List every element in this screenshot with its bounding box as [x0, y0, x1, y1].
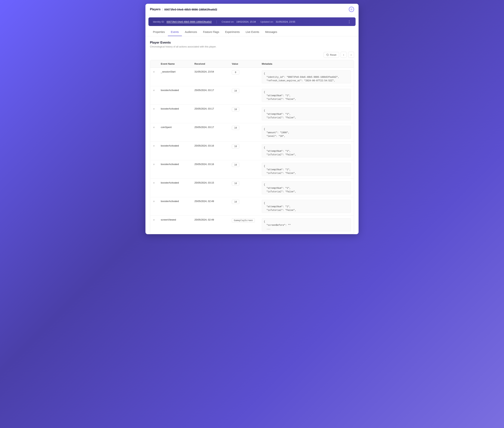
page-header: Players | 00073fe0-04e6-48b5-9886-188b63…	[145, 4, 359, 15]
reset-button[interactable]: Reset	[324, 52, 339, 58]
metadata-cell: { "attemptNum": "1", "isTutorial": "Fals…	[259, 142, 354, 160]
metadata-cell: { "attemptNum": "1", "isTutorial": "Fals…	[259, 105, 354, 123]
row-expand-button[interactable]: ∨	[153, 144, 155, 147]
metadata-content: { "attemptNum": "1", "isTutorial": "Fals…	[262, 144, 351, 157]
next-page-button[interactable]: ›	[348, 52, 354, 58]
tab-feature-flags[interactable]: Feature Flags	[200, 28, 222, 36]
svg-point-0	[351, 9, 352, 10]
table-row: ∨ boosterActivated 25/05/2024, 03:17 10 …	[150, 105, 354, 123]
identity-id-value[interactable]: 00073fe0-04e6-48b5-9886-188b63fea6d2	[166, 20, 212, 23]
table-row: ∨ boosterActivated 25/05/2024, 02:49 10 …	[150, 197, 354, 216]
prev-page-button[interactable]: ‹	[341, 52, 347, 58]
tab-live-events[interactable]: Live Events	[243, 28, 262, 36]
metadata-content: { "attemptNum": "1", "isTutorial": "Fals…	[262, 107, 351, 120]
value-cell: 10	[229, 142, 259, 160]
value-badge: 0	[232, 70, 239, 74]
value-cell: 10	[229, 197, 259, 216]
value-cell: 10	[229, 86, 259, 105]
main-container: Players | 00073fe0-04e6-48b5-9886-188b63…	[145, 4, 359, 234]
metadata-cell: { "attemptNum": "1", "isTutorial": "Fals…	[259, 179, 354, 197]
value-cell: 10	[229, 179, 259, 197]
more-menu-button[interactable]: ⋮	[347, 20, 351, 24]
received-cell: 31/05/2024, 23:54	[191, 68, 229, 86]
event-name-cell: boosterActivated	[158, 86, 191, 105]
value-badge: 10	[232, 89, 239, 93]
section-title: Player Events	[150, 41, 354, 44]
received-cell: 25/05/2024, 02:49	[191, 216, 229, 234]
row-expand-button[interactable]: ∨	[153, 126, 155, 129]
received-cell: 25/05/2024, 03:15	[191, 179, 229, 197]
event-name-cell: boosterActivated	[158, 197, 191, 216]
tab-properties[interactable]: Properties	[150, 28, 168, 36]
metadata-cell: { "screenBefore": "" ...	[259, 216, 354, 234]
player-id: 00073fe0-04e6-48b5-9886-188b63fea6d2	[164, 8, 217, 11]
metadata-cell: { "attemptNum": "1", "isTutorial": "Fals…	[259, 160, 354, 179]
metadata-cell: { "identity_id": "00073fe0-04e6-48b5-988…	[259, 68, 354, 86]
table-row: ∨ screenViewed 25/05/2024, 02:49 Gamepla…	[150, 216, 354, 234]
value-badge: 10	[232, 200, 239, 204]
row-expand-button[interactable]: ∨	[153, 70, 155, 73]
metadata-cell: { "attemptNum": "1", "isTutorial": "Fals…	[259, 197, 354, 216]
row-expand-button[interactable]: ∨	[153, 200, 155, 203]
event-name-cell: _sessionStart	[158, 68, 191, 86]
table-toolbar: Reset ‹ ›	[150, 52, 354, 58]
col-metadata: Metadata	[259, 60, 354, 68]
tab-events[interactable]: Events	[168, 28, 182, 36]
table-row: ∨ boosterActivated 25/05/2024, 03:15 10 …	[150, 179, 354, 197]
identity-label-text: Identity ID: 00073fe0-04e6-48b5-9886-188…	[153, 20, 212, 23]
row-expand-button[interactable]: ∨	[153, 218, 155, 221]
value-cell: 10	[229, 160, 259, 179]
received-cell: 25/05/2024, 03:17	[191, 86, 229, 105]
event-name-cell: boosterActivated	[158, 160, 191, 179]
settings-icon[interactable]	[349, 7, 354, 12]
received-cell: 25/05/2024, 03:17	[191, 105, 229, 123]
tab-audiences[interactable]: Audiences	[182, 28, 200, 36]
value-cell: 10	[229, 123, 259, 142]
identity-bar: Identity ID: 00073fe0-04e6-48b5-9886-188…	[149, 17, 355, 26]
row-expand-button[interactable]: ∨	[153, 181, 155, 184]
content-area: Player Events Chronological history of a…	[145, 36, 359, 234]
metadata-content: { "amount": "1900", "level": "10", ...	[262, 126, 351, 139]
bar-divider: |	[216, 20, 217, 24]
event-name-cell: screenViewed	[158, 216, 191, 234]
metadata-cell: { "amount": "1900", "level": "10", ...	[259, 123, 354, 142]
table-row: ∨ boosterActivated 25/05/2024, 03:17 10 …	[150, 86, 354, 105]
value-badge: 10	[232, 126, 239, 130]
value-badge: 10	[232, 107, 239, 111]
event-name-cell: boosterActivated	[158, 105, 191, 123]
header-separator: |	[162, 8, 163, 11]
row-expand-button[interactable]: ∨	[153, 107, 155, 110]
event-name-cell: coinSpent	[158, 123, 191, 142]
tabs-bar: Properties Events Audiences Feature Flag…	[145, 28, 359, 36]
metadata-content: { "screenBefore": "" ...	[262, 218, 351, 231]
received-cell: 25/05/2024, 03:16	[191, 142, 229, 160]
value-badge: 10	[232, 163, 239, 167]
metadata-content: { "attemptNum": "1", "isTutorial": "Fals…	[262, 181, 351, 194]
tab-experiments[interactable]: Experiments	[222, 28, 243, 36]
received-cell: 25/05/2024, 03:17	[191, 123, 229, 142]
event-name-cell: boosterActivated	[158, 179, 191, 197]
updated-on: Updated on: 31/05/2024, 23:55	[260, 20, 295, 23]
value-badge: 10	[232, 144, 239, 148]
players-label: Players	[150, 8, 161, 11]
table-row: ∨ boosterActivated 25/05/2024, 03:16 10 …	[150, 160, 354, 179]
col-value: Value	[229, 60, 259, 68]
metadata-content: { "attemptNum": "1", "isTutorial": "Fals…	[262, 200, 351, 213]
metadata-content: { "identity_id": "00073fe0-04e6-48b5-988…	[262, 70, 351, 83]
metadata-content: { "attemptNum": "1", "isTutorial": "Fals…	[262, 89, 351, 102]
row-expand-button[interactable]: ∨	[153, 89, 155, 91]
event-name-cell: boosterActivated	[158, 142, 191, 160]
value-badge: 10	[232, 181, 239, 185]
reset-icon	[326, 54, 329, 56]
table-header-row: Event Name Received Value Metadata	[150, 60, 354, 68]
tab-messages[interactable]: Messages	[262, 28, 280, 36]
metadata-content: { "attemptNum": "1", "isTutorial": "Fals…	[262, 163, 351, 176]
received-cell: 25/05/2024, 03:16	[191, 160, 229, 179]
col-received: Received	[191, 60, 229, 68]
table-row: ∨ coinSpent 25/05/2024, 03:17 10 { "amou…	[150, 123, 354, 142]
received-cell: 25/05/2024, 02:49	[191, 197, 229, 216]
row-expand-button[interactable]: ∨	[153, 163, 155, 165]
section-description: Chronological history of all actions ass…	[150, 45, 354, 48]
table-row: ∨ _sessionStart 31/05/2024, 23:54 0 { "i…	[150, 68, 354, 86]
col-event-name: Event Name	[158, 60, 191, 68]
